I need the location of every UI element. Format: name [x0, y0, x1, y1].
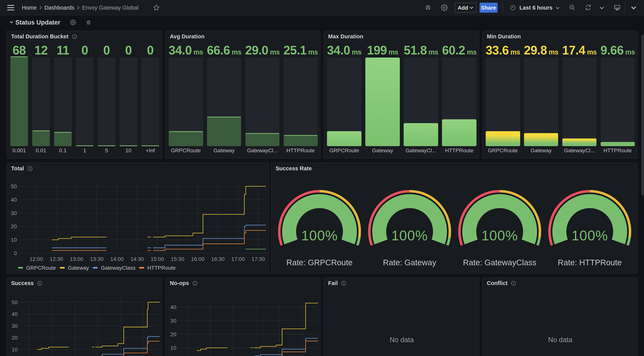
svg-text:14:30: 14:30 — [130, 256, 144, 262]
svg-text:50: 50 — [11, 183, 17, 189]
svg-text:40: 40 — [11, 197, 17, 203]
svg-text:16:00: 16:00 — [191, 256, 204, 262]
svg-text:Rate: GatewayClass: Rate: GatewayClass — [463, 258, 536, 267]
svg-text:30: 30 — [170, 318, 176, 324]
svg-text:30: 30 — [12, 323, 18, 329]
svg-text:30: 30 — [11, 210, 17, 216]
svg-text:17:30: 17:30 — [252, 256, 265, 262]
svg-text:10: 10 — [170, 345, 176, 351]
svg-text:10: 10 — [11, 237, 17, 243]
svg-text:15:30: 15:30 — [171, 256, 184, 262]
svg-text:Rate: GRPCRoute: Rate: GRPCRoute — [286, 258, 352, 267]
svg-text:0: 0 — [14, 250, 17, 256]
svg-text:40: 40 — [170, 304, 176, 310]
svg-text:40: 40 — [12, 311, 18, 317]
svg-text:Rate: Gateway: Rate: Gateway — [383, 258, 436, 267]
svg-text:16:30: 16:30 — [211, 256, 225, 262]
svg-text:14:00: 14:00 — [110, 256, 124, 262]
svg-text:100%: 100% — [392, 228, 428, 243]
svg-text:20: 20 — [11, 223, 17, 229]
svg-text:100%: 100% — [572, 228, 608, 243]
svg-text:100%: 100% — [301, 228, 338, 243]
svg-text:Rate: HTTPRoute: Rate: HTTPRoute — [558, 258, 622, 267]
svg-text:50: 50 — [12, 299, 18, 305]
svg-text:20: 20 — [12, 335, 18, 341]
svg-text:10: 10 — [12, 346, 18, 352]
svg-text:15:00: 15:00 — [151, 256, 164, 262]
svg-text:13:00: 13:00 — [70, 256, 84, 262]
svg-text:12:30: 12:30 — [50, 256, 63, 262]
svg-text:20: 20 — [170, 331, 176, 337]
svg-text:17:00: 17:00 — [231, 256, 245, 262]
svg-text:12:00: 12:00 — [30, 256, 43, 262]
svg-text:13:30: 13:30 — [90, 256, 104, 262]
svg-text:100%: 100% — [482, 228, 518, 243]
